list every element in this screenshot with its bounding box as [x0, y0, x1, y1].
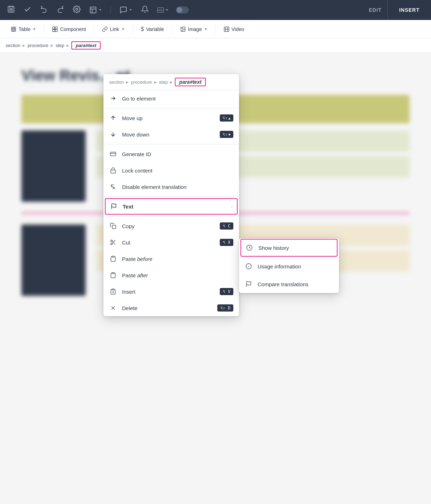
- spellcheck-icon[interactable]: ABC: [156, 6, 170, 14]
- cm-label-cut: Cut: [122, 240, 215, 246]
- submenu-label-usage-information: Usage information: [258, 263, 301, 269]
- delete-icon: [109, 304, 117, 312]
- svg-rect-4: [11, 27, 16, 31]
- copy-shortcut: ⌥ C: [220, 222, 233, 230]
- shortcut-key-insert: ⌥ V: [220, 288, 233, 295]
- edit-button[interactable]: EDIT: [369, 7, 382, 13]
- breadcrumb: section ▶ procedure ▶ step ▶ para#text: [0, 38, 431, 53]
- submenu-label-compare-translations: Compare translations: [258, 281, 309, 287]
- toggle-switch[interactable]: [176, 6, 189, 14]
- cm-crumb-procedure: procedure: [131, 79, 152, 85]
- cm-label-delete: Delete: [122, 305, 212, 311]
- shortcut-key-move-up: ⌥⇧▲: [220, 114, 233, 122]
- svg-rect-12: [53, 29, 55, 31]
- settings-icon[interactable]: [71, 4, 82, 16]
- cm-crumb-current: para#text: [175, 78, 206, 86]
- cm-item-generate-id[interactable]: Generate ID: [103, 146, 239, 162]
- cm-item-text[interactable]: Text ›: [105, 198, 238, 215]
- cm-label-generate-id: Generate ID: [122, 151, 233, 157]
- cm-item-copy[interactable]: Copy ⌥ C: [103, 218, 239, 234]
- video-button[interactable]: Video: [219, 24, 249, 35]
- svg-rect-1: [10, 6, 12, 8]
- cm-item-paste-after[interactable]: Paste after: [103, 267, 239, 283]
- flag2-icon: [245, 280, 253, 288]
- goto-icon: [109, 94, 117, 102]
- text-flag-icon: [110, 202, 118, 210]
- cm-item-move-down[interactable]: Move down ⌥⇧▼: [103, 126, 239, 143]
- cm-item-lock-content[interactable]: Lock content: [103, 162, 239, 179]
- shortcut-key-delete: ⌥⇧ D: [217, 304, 233, 312]
- cm-crumb-section: section: [109, 79, 124, 85]
- svg-rect-21: [111, 170, 116, 173]
- cm-item-move-up[interactable]: Move up ⌥⇧▲: [103, 110, 239, 126]
- secondary-toolbar: Table Component Link $ Variable Image Vi…: [0, 20, 431, 38]
- breadcrumb-current: para#text: [71, 41, 101, 50]
- toolbar-separator: [387, 0, 388, 20]
- submenu-item-compare-translations[interactable]: Compare translations: [239, 275, 339, 293]
- cm-item-disable-translation[interactable]: Disable element translation: [103, 179, 239, 195]
- breadcrumb-section: section: [6, 43, 20, 48]
- cm-label-paste-after: Paste after: [122, 272, 233, 278]
- move-down-shortcut: ⌥⇧▼: [220, 131, 233, 138]
- svg-rect-9: [53, 27, 55, 29]
- svg-rect-10: [55, 27, 57, 29]
- cm-item-cut[interactable]: Cut ⌥ X: [103, 234, 239, 251]
- breadcrumb-procedure: procedure: [27, 43, 49, 48]
- cm-crumb-step: step: [159, 79, 168, 85]
- table-button[interactable]: Table: [6, 24, 41, 35]
- redo-icon[interactable]: [55, 4, 66, 16]
- cm-item-insert[interactable]: Insert ⌥ V: [103, 283, 239, 300]
- toolbar-divider: [111, 6, 111, 14]
- save-icon[interactable]: [6, 4, 16, 16]
- image-button[interactable]: Image: [175, 24, 213, 35]
- expand-icon[interactable]: [88, 5, 103, 15]
- check-icon[interactable]: [22, 4, 33, 16]
- move-up-icon: [109, 114, 117, 122]
- svg-point-2: [76, 8, 78, 10]
- cm-item-paste-before[interactable]: Paste before: [103, 251, 239, 267]
- svg-point-14: [182, 28, 182, 29]
- submenu-item-show-history[interactable]: Show history: [240, 239, 338, 257]
- table-label: Table: [19, 26, 30, 32]
- video-label: Video: [232, 26, 244, 32]
- cm-label-paste-before: Paste before: [122, 256, 233, 262]
- shortcut-key-cut: ⌥ X: [220, 239, 233, 246]
- variable-button[interactable]: $ Variable: [136, 23, 169, 35]
- main-content: View Revis... nt section ▶ procedure ▶ s…: [0, 53, 431, 504]
- translate-icon: [109, 183, 117, 191]
- cm-label-copy: Copy: [122, 223, 215, 229]
- submenu: Show history Usage information Compare t…: [239, 238, 339, 293]
- cm-item-delete[interactable]: Delete ⌥⇧ D: [103, 300, 239, 316]
- notifications-icon[interactable]: [140, 4, 150, 16]
- cut-shortcut: ⌥ X: [220, 239, 233, 246]
- svg-point-24: [111, 240, 112, 242]
- paste-after-icon: [109, 271, 117, 279]
- svg-line-27: [114, 243, 115, 245]
- generate-id-icon: [109, 150, 117, 158]
- top-toolbar: ABC EDIT INSERT: [0, 0, 431, 20]
- component-label: Component: [60, 26, 86, 32]
- info-icon: [245, 262, 253, 270]
- clock-icon: [245, 244, 253, 252]
- link-button[interactable]: Link: [97, 24, 130, 35]
- breadcrumb-step: step: [56, 43, 65, 48]
- svg-point-25: [111, 243, 112, 245]
- breadcrumb-arrow-1: ▶: [22, 43, 25, 47]
- svg-line-28: [112, 241, 113, 242]
- svg-rect-11: [55, 29, 57, 31]
- submenu-item-usage-information[interactable]: Usage information: [239, 257, 339, 275]
- undo-icon[interactable]: [39, 4, 49, 16]
- lock-icon: [109, 166, 117, 174]
- cm-item-go-to-element[interactable]: Go to element: [103, 90, 239, 107]
- svg-rect-19: [111, 152, 116, 156]
- shortcut-key-move-down: ⌥⇧▼: [220, 131, 233, 138]
- variable-label: Variable: [146, 26, 164, 32]
- chat-icon[interactable]: [118, 5, 134, 15]
- insert-button[interactable]: INSERT: [394, 7, 425, 13]
- component-button[interactable]: Component: [47, 24, 91, 35]
- insert-shortcut: ⌥ V: [220, 288, 233, 295]
- cm-label-move-down: Move down: [122, 132, 215, 138]
- delete-shortcut: ⌥⇧ D: [217, 304, 233, 312]
- cm-label-text: Text: [123, 204, 226, 210]
- cm-label-move-up: Move up: [122, 115, 215, 121]
